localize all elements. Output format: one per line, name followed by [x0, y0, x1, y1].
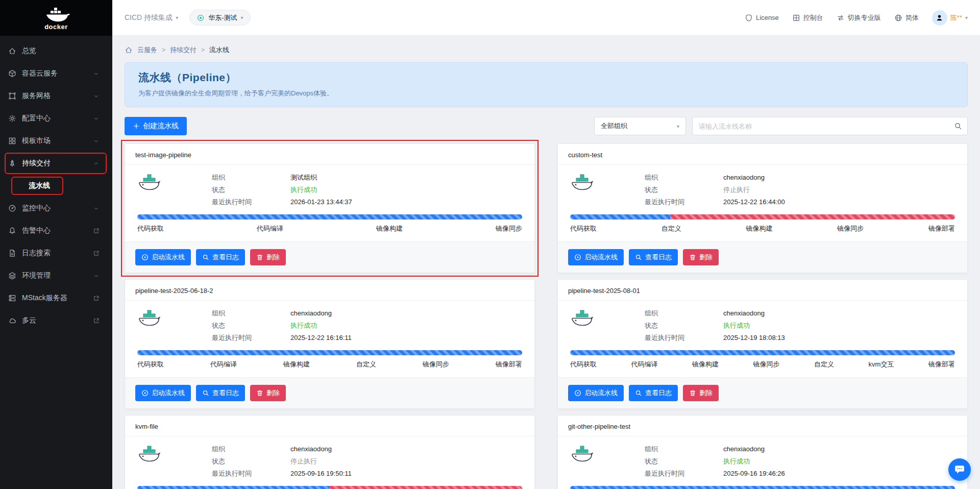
- button-label: 查看日志: [645, 253, 672, 262]
- pipeline-card-grid: test-image-pipeline: [125, 143, 968, 489]
- progress-segment-blue: [137, 214, 522, 219]
- home-icon: [8, 47, 16, 55]
- stage-label: 代码获取: [137, 224, 164, 233]
- sidebar-item-overview[interactable]: 总览: [0, 40, 112, 62]
- button-label: 启动流水线: [584, 388, 618, 398]
- stage-label: 镜像同步: [496, 224, 522, 233]
- start-pipeline-button[interactable]: 启动流水线: [568, 385, 624, 401]
- stage-label: 代码获取: [570, 224, 597, 233]
- button-label: 删除: [266, 253, 280, 262]
- org-filter-select[interactable]: 全部组织 ▾: [594, 117, 686, 135]
- monitor-icon: [8, 204, 16, 212]
- breadcrumb-item-pipeline: 流水线: [209, 45, 229, 55]
- button-label: 删除: [699, 388, 713, 398]
- container-icon: [8, 69, 16, 78]
- license-link[interactable]: License: [745, 14, 779, 22]
- last-run-label: 最近执行时间: [645, 332, 723, 343]
- status-value: 执行成功: [290, 184, 352, 195]
- stage-label: 代码编译: [210, 360, 237, 369]
- switch-pro-link[interactable]: 切换专业版: [837, 13, 881, 22]
- region-name: 华东-测试: [208, 13, 237, 22]
- sidebar-item-mstack-server[interactable]: MStack服务器: [0, 287, 112, 309]
- sidebar-item-template-market[interactable]: 模板市场: [0, 130, 112, 152]
- user-menu[interactable]: 陈** ▾: [932, 10, 968, 26]
- delete-button[interactable]: 删除: [683, 249, 719, 265]
- chat-support-button[interactable]: [948, 458, 971, 481]
- last-run-label: 最近执行时间: [645, 197, 723, 207]
- pipeline-card: git-other-pipeline-test: [557, 415, 968, 489]
- delete-button[interactable]: 删除: [250, 385, 286, 401]
- pipeline-name: pipeline-test-2025-08-01: [568, 287, 640, 295]
- button-label: 查看日志: [212, 253, 239, 262]
- progress-bar: [137, 486, 522, 489]
- avatar: [932, 10, 947, 26]
- org-label: 组织: [212, 308, 290, 319]
- main-content: 云服务>持续交付>流水线 流水线（Pipeline） 为客户提供镜像的全生命周期…: [112, 36, 980, 489]
- sidebar-item-container-cloud[interactable]: 容器云服务: [0, 62, 112, 85]
- last-run-value: 2026-01-23 13:44:37: [290, 197, 352, 207]
- stage-label: 代码获取: [570, 360, 597, 369]
- status-label: 状态: [212, 456, 290, 467]
- status-value: 执行成功: [723, 320, 785, 331]
- start-pipeline-button[interactable]: 启动流水线: [568, 249, 624, 265]
- search-input[interactable]: [692, 117, 968, 135]
- docker-logo: docker: [0, 0, 112, 36]
- product-menu[interactable]: CICD 持续集成 ▾: [125, 13, 178, 22]
- console-link[interactable]: 控制台: [792, 13, 823, 22]
- chevron-down-icon: [93, 93, 100, 100]
- button-label: 查看日志: [645, 388, 672, 398]
- search-icon[interactable]: [954, 122, 962, 130]
- breadcrumb-item-cloud-service[interactable]: 云服务: [137, 45, 157, 55]
- pipeline-whale-icon: [570, 309, 594, 343]
- mesh-icon: [8, 92, 16, 100]
- sidebar-item-service-mesh[interactable]: 服务网格: [0, 85, 112, 107]
- progress-segment-red: [670, 214, 955, 219]
- status-value: 执行成功: [290, 320, 352, 331]
- pipeline-whale-icon: [570, 445, 594, 479]
- pipeline-name: pipeline-test-2025-06-18-2: [135, 287, 213, 295]
- delete-button[interactable]: 删除: [683, 385, 719, 401]
- caret-down-icon: ▾: [677, 124, 679, 129]
- cloud-icon: [8, 316, 16, 325]
- pipeline-card: custom-test: [557, 143, 968, 273]
- sidebar-item-env-manage[interactable]: 环境管理: [0, 264, 112, 287]
- pipeline-whale-icon: [137, 445, 161, 479]
- stage-label: 镜像部署: [928, 360, 955, 369]
- stage-list: 代码获取代码编译镜像构建自定义镜像同步镜像部署: [137, 360, 522, 369]
- topbar: docker CICD 持续集成 ▾ 华东-测试 ▾ License: [0, 0, 980, 36]
- chevron-down-icon: [93, 205, 100, 212]
- delete-button[interactable]: 删除: [250, 249, 286, 265]
- create-pipeline-button[interactable]: 创建流水线: [125, 117, 187, 135]
- view-logs-button[interactable]: 查看日志: [629, 249, 678, 265]
- view-logs-button[interactable]: 查看日志: [196, 385, 245, 401]
- pipeline-name: git-other-pipeline-test: [568, 423, 630, 430]
- sidebar-item-pipeline[interactable]: 流水线: [0, 175, 112, 197]
- view-logs-button[interactable]: 查看日志: [629, 385, 678, 401]
- progress-bar: [137, 214, 522, 219]
- sidebar-item-multi-cloud[interactable]: 多云: [0, 309, 112, 332]
- breadcrumb-item-continuous-delivery[interactable]: 持续交付: [170, 45, 197, 55]
- view-logs-button[interactable]: 查看日志: [196, 249, 245, 265]
- sidebar-item-monitor-center[interactable]: 监控中心: [0, 197, 112, 219]
- start-pipeline-button[interactable]: 启动流水线: [135, 249, 191, 265]
- sidebar-item-label: 告警中心: [22, 226, 51, 235]
- status-label: 状态: [645, 184, 723, 195]
- start-pipeline-button[interactable]: 启动流水线: [135, 385, 191, 401]
- globe-icon: [894, 14, 902, 22]
- stage-list: 代码获取代码编译镜像构建镜像同步: [137, 224, 522, 233]
- sidebar-item-continuous-delivery[interactable]: 持续交付: [0, 152, 112, 175]
- home-icon: [125, 46, 133, 54]
- org-label: 组织: [645, 444, 723, 454]
- sidebar-item-config-center[interactable]: 配置中心: [0, 107, 112, 130]
- language-switcher[interactable]: 简体: [894, 13, 919, 22]
- chevron-down-icon: [93, 273, 100, 279]
- console-grid-icon: [792, 14, 800, 22]
- stage-label: 镜像同步: [837, 224, 864, 233]
- sidebar-item-alert-center[interactable]: 告警中心: [0, 219, 112, 242]
- pipeline-whale-icon: [137, 309, 161, 343]
- region-selector[interactable]: 华东-测试 ▾: [189, 10, 250, 26]
- last-run-label: 最近执行时间: [212, 332, 290, 343]
- stage-list: 代码获取自定义镜像构建镜像同步镜像部署: [570, 224, 955, 233]
- sidebar-item-log-search[interactable]: 日志搜索: [0, 242, 112, 264]
- status-value: 停止执行: [723, 184, 785, 195]
